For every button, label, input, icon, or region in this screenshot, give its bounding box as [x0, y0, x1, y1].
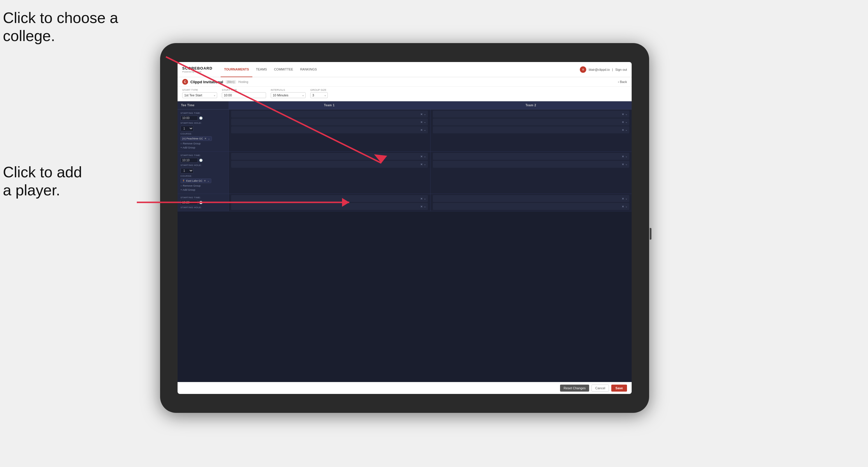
player-chevron-1-t2-1[interactable]: ⌄ — [625, 113, 627, 116]
player-row-3-t2-2[interactable]: ✕ ⌄ — [433, 203, 630, 210]
starting-time-field-3: 🕐 — [181, 200, 225, 205]
start-type-select-wrapper: 1st Tee Start — [182, 92, 217, 98]
team1-cell-2: ✕ ⌄ ✕ ⌄ — [228, 152, 430, 194]
nav-teams[interactable]: TEAMS — [252, 62, 271, 77]
player-row-1-t1-2[interactable]: ✕ ⌄ — [231, 119, 428, 125]
course-remove-1[interactable]: ✕ — [204, 137, 207, 140]
starting-time-input-1[interactable] — [181, 116, 198, 121]
intervals-group: Intervals 10 Minutes — [271, 89, 306, 98]
course-field-2: 🏌 East Lake GC ✕ ⌄ — [181, 179, 225, 183]
table-header: Tee Time Team 1 Team 2 — [178, 101, 632, 110]
footer: Reset Changes Cancel Save — [178, 382, 632, 394]
player-x-1-t2-1[interactable]: ✕ — [622, 113, 624, 116]
back-button[interactable]: ‹ Back — [618, 80, 627, 84]
group-row-3: STARTING TIME: 🕐 STARTING HOLE: ✕ ⌄ — [178, 194, 632, 211]
player-x-3-t2-1[interactable]: ✕ — [622, 197, 624, 200]
player-chevron-3-t1-1[interactable]: ⌄ — [424, 197, 426, 200]
sub-header: C Clippd Invitational (Men) Hosting ‹ Ba… — [178, 77, 632, 87]
player-chevron-2-t2-2[interactable]: ⌄ — [625, 163, 627, 166]
player-x-2-t1-1[interactable]: ✕ — [420, 155, 423, 158]
player-chevron-3-t2-2[interactable]: ⌄ — [625, 205, 627, 208]
team2-cell-2: ✕ ⌄ ✕ ⌄ — [430, 152, 632, 194]
player-x-2-t2-1[interactable]: ✕ — [622, 155, 624, 158]
remove-group-1[interactable]: ○ Remove Group — [181, 142, 225, 145]
brand-subtitle: Powered by clippd — [182, 70, 213, 73]
group-size-select[interactable]: 3 — [310, 92, 328, 98]
player-x-2-t1-2[interactable]: ✕ — [420, 163, 423, 166]
add-group-2[interactable]: + Add Group — [181, 188, 225, 191]
group-left-1: STARTING TIME: 🕐 STARTING HOLE: 1 — [178, 110, 228, 151]
player-chevron-2-t1-2[interactable]: ⌄ — [424, 163, 426, 166]
starting-time-field-2: 🕐 — [181, 158, 225, 163]
reset-changes-button[interactable]: Reset Changes — [560, 384, 589, 392]
cancel-button[interactable]: Cancel — [591, 384, 609, 392]
player-row-3-t1-1[interactable]: ✕ ⌄ — [231, 195, 428, 202]
th-team2: Team 2 — [430, 101, 632, 109]
player-row-2-t2-2[interactable]: ✕ ⌄ — [433, 161, 630, 168]
player-chevron-1-t2-3[interactable]: ⌄ — [625, 128, 627, 131]
starting-hole-field-1: 1 — [181, 125, 225, 131]
nav-committee[interactable]: COMMITTEE — [271, 62, 297, 77]
starting-hole-select-2[interactable]: 1 — [181, 168, 193, 174]
starting-hole-label-1: STARTING HOLE: — [181, 122, 225, 124]
player-row-2-t2-1[interactable]: ✕ ⌄ — [433, 153, 630, 160]
hosting-tag: Hosting — [238, 80, 248, 84]
player-row-2-t1-2[interactable]: ✕ ⌄ — [231, 161, 428, 168]
course-chevron-2[interactable]: ⌄ — [207, 179, 210, 182]
group-left-3: STARTING TIME: 🕐 STARTING HOLE: — [178, 194, 228, 211]
player-chevron-1-t1-1[interactable]: ⌄ — [424, 113, 426, 116]
player-row-1-t2-3[interactable]: ✕ ⌄ — [433, 126, 630, 133]
sign-out-link[interactable]: Sign out — [615, 68, 627, 71]
start-type-select[interactable]: 1st Tee Start — [182, 92, 217, 98]
starting-time-input-3[interactable] — [181, 200, 198, 205]
player-row-3-t1-2[interactable]: ✕ ⌄ — [231, 203, 428, 210]
player-x-3-t1-2[interactable]: ✕ — [420, 205, 423, 208]
player-x-2-t2-2[interactable]: ✕ — [622, 163, 624, 166]
player-chevron-1-t2-2[interactable]: ⌄ — [625, 121, 627, 123]
save-button[interactable]: Save — [611, 384, 627, 392]
team2-cell-3: ✕ ⌄ ✕ ⌄ — [430, 194, 632, 211]
nav-rankings[interactable]: RANKINGS — [297, 62, 320, 77]
course-chevron-1[interactable]: ⌄ — [208, 137, 210, 140]
starting-hole-select-1[interactable]: 1 — [181, 126, 193, 131]
player-row-1-t1-3[interactable]: ✕ ⌄ — [231, 126, 428, 133]
player-row-2-t1-1[interactable]: ✕ ⌄ — [231, 153, 428, 160]
player-row-1-t1-1[interactable]: ✕ ⌄ — [231, 111, 428, 118]
group-row-1: STARTING TIME: 🕐 STARTING HOLE: 1 — [178, 110, 632, 152]
player-x-1-t1-1[interactable]: ✕ — [420, 113, 423, 116]
player-chevron-3-t2-1[interactable]: ⌄ — [625, 197, 627, 200]
player-chevron-2-t1-1[interactable]: ⌄ — [424, 155, 426, 158]
starting-time-input-2[interactable] — [181, 158, 198, 163]
start-time-input[interactable] — [222, 92, 266, 98]
player-chevron-2-t2-1[interactable]: ⌄ — [625, 155, 627, 158]
player-x-1-t2-3[interactable]: ✕ — [622, 128, 624, 132]
player-x-3-t2-2[interactable]: ✕ — [622, 205, 624, 208]
brand: SCOREBOARD Powered by clippd — [182, 66, 213, 73]
player-x-1-t2-2[interactable]: ✕ — [622, 121, 624, 124]
start-time-group: Start Time — [222, 89, 266, 98]
player-chevron-1-t1-3[interactable]: ⌄ — [424, 128, 426, 131]
remove-group-2[interactable]: ○ Remove Group — [181, 184, 225, 187]
player-row-1-t2-1[interactable]: ✕ ⌄ — [433, 111, 630, 118]
group-size-label: Group Size — [310, 89, 328, 91]
course-remove-2[interactable]: ✕ — [204, 179, 206, 182]
starting-hole-label-2: STARTING HOLE: — [181, 164, 225, 166]
player-row-3-t2-1[interactable]: ✕ ⌄ — [433, 195, 630, 202]
tournament-gender: (Men) — [225, 80, 236, 84]
nav-tournaments[interactable]: TOURNAMENTS — [221, 62, 252, 77]
course-tag-2[interactable]: 🏌 East Lake GC ✕ ⌄ — [181, 179, 211, 183]
course-tag-1[interactable]: (A) Peachtree GC ✕ ⌄ — [181, 136, 212, 141]
th-tee-time: Tee Time — [178, 101, 228, 109]
main-content: Tee Time Team 1 Team 2 STARTING TIME: 🕐 … — [178, 101, 632, 382]
player-row-1-t2-2[interactable]: ✕ ⌄ — [433, 119, 630, 125]
player-x-3-t1-1[interactable]: ✕ — [420, 197, 423, 200]
player-chevron-1-t1-2[interactable]: ⌄ — [424, 121, 426, 123]
starting-hole-field-2: 1 — [181, 168, 225, 174]
add-group-1[interactable]: + Add Group — [181, 146, 225, 149]
course-label-1: COURSE: — [181, 132, 225, 135]
intervals-select[interactable]: 10 Minutes — [271, 92, 306, 98]
player-chevron-3-t1-2[interactable]: ⌄ — [424, 205, 426, 208]
player-x-1-t1-3[interactable]: ✕ — [420, 128, 423, 132]
nav-separator: | — [612, 68, 613, 71]
player-x-1-t1-2[interactable]: ✕ — [420, 121, 423, 124]
